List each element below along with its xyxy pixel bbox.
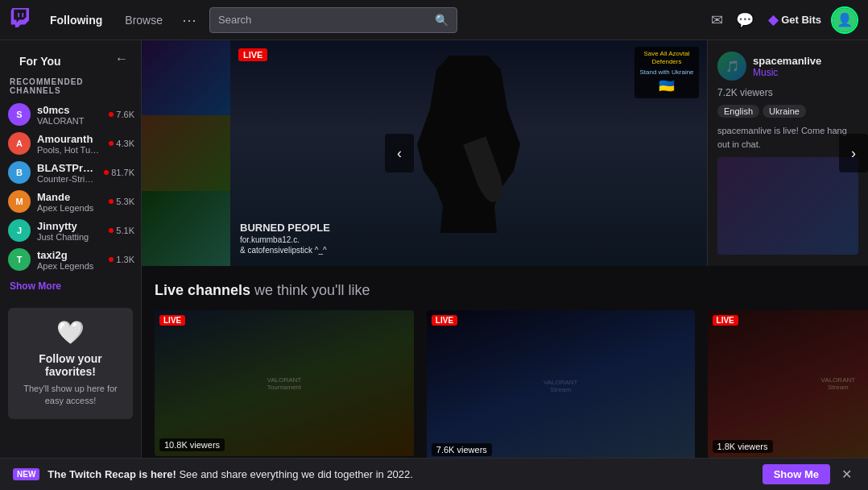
search-bar[interactable]: 🔍 — [209, 7, 457, 33]
channel-name: Amouranth — [37, 133, 102, 145]
card-thumbnail-1: VALORANTTournament LIVE 10.8K viewers — [155, 310, 414, 456]
hero-tags: English Ukraine — [717, 105, 858, 118]
channel-avatar: S — [8, 103, 31, 126]
channel-name: s0mcs — [37, 104, 102, 116]
card-thumbnail-3: VALORANTStream LIVE 1.8K viewers — [708, 310, 868, 458]
for-you-label: For You — [10, 47, 71, 71]
card-live-badge-2: LIVE — [432, 315, 457, 326]
sidebar-channel-amouranth[interactable]: A Amouranth Pools, Hot Tubs, an... 4.3K — [0, 129, 141, 158]
hero-thumb-3[interactable] — [142, 191, 230, 266]
channel-info: Mande Apex Legends — [37, 191, 102, 213]
sidebar-header: For You ← — [0, 40, 141, 74]
live-dot — [109, 141, 114, 146]
search-input[interactable] — [218, 14, 435, 26]
hero-channel-game: Music — [753, 67, 821, 78]
get-bits-button[interactable]: ◆ Get Bits — [762, 9, 828, 31]
sidebar: For You ← RECOMMENDED CHANNELS S s0mcs V… — [0, 40, 142, 490]
channel-info: Jinnytty Just Chatting — [37, 220, 102, 242]
channel-game: Counter-Strike: Gl... — [37, 174, 97, 184]
live-dot — [109, 257, 114, 262]
tag-ukraine[interactable]: Ukraine — [763, 105, 806, 118]
channel-avatar: A — [8, 132, 31, 155]
channel-game: Just Chatting — [37, 232, 102, 242]
browse-nav[interactable]: Browse — [118, 10, 169, 30]
section-title: Live channels we think you'll like — [155, 282, 855, 299]
main-layout: For You ← RECOMMENDED CHANNELS S s0mcs V… — [0, 40, 868, 490]
sidebar-channel-mande[interactable]: M Mande Apex Legends 5.3K — [0, 187, 141, 216]
live-channels-section: Live channels we think you'll like VALOR… — [142, 266, 868, 490]
channel-game: Pools, Hot Tubs, an... — [37, 145, 102, 155]
activity-button[interactable]: 💬 — [731, 6, 758, 34]
hero-next-button[interactable]: › — [839, 134, 868, 172]
channel-name: BLASTPremier — [37, 162, 97, 174]
sidebar-channel-s0mcs[interactable]: S s0mcs VALORANT 7.6K — [0, 100, 141, 129]
sidebar-channel-blastpremier[interactable]: B BLASTPremier Counter-Strike: Gl... 81.… — [0, 158, 141, 187]
hero-thumbnails — [142, 40, 230, 266]
main-content: ‹ LIVE Save All Azovtal Defenders Stand … — [142, 40, 868, 490]
live-dot — [109, 228, 114, 233]
hero-description: spacemanlive is live! Come hang out in c… — [717, 124, 858, 151]
live-dot — [104, 170, 109, 175]
channel-viewers: 81.7K — [104, 168, 134, 177]
tag-english[interactable]: English — [717, 105, 759, 118]
hero-channel-name[interactable]: spacemanlive — [753, 55, 821, 67]
avatar-image: 👤 — [833, 8, 857, 32]
follow-favorites-box: 🤍 Follow your favorites! They'll show up… — [8, 308, 133, 419]
inbox-button[interactable]: ✉ — [706, 6, 728, 34]
live-dot — [109, 112, 114, 117]
channel-avatar: J — [8, 219, 31, 242]
card-live-badge-3: LIVE — [713, 315, 738, 326]
hero-prev-button[interactable]: ‹ — [385, 134, 414, 172]
channel-name: taxi2g — [37, 249, 102, 261]
banner-new-badge: NEW — [13, 468, 39, 480]
sidebar-collapse-button[interactable]: ← — [112, 50, 131, 68]
hero-thumb-2[interactable] — [142, 115, 230, 190]
show-more-button[interactable]: Show More — [0, 274, 141, 298]
sidebar-channel-taxi2g[interactable]: T taxi2g Apex Legends 1.3K — [0, 245, 141, 274]
channel-info: BLASTPremier Counter-Strike: Gl... — [37, 162, 97, 184]
banner-text: The Twitch Recap is here! See and share … — [48, 468, 754, 480]
following-nav[interactable]: Following — [43, 10, 109, 30]
channel-info: s0mcs VALORANT — [37, 104, 102, 126]
sidebar-channel-jinnytty[interactable]: J Jinnytty Just Chatting 5.1K — [0, 216, 141, 245]
card-viewers-1: 10.8K viewers — [159, 438, 225, 451]
hero-live-badge: LIVE — [238, 48, 267, 61]
channel-avatar: B — [8, 161, 31, 184]
hero-preview-thumbnail[interactable] — [717, 157, 858, 255]
channel-viewers: 1.3K — [109, 255, 134, 264]
hero-bottom-text: BURNED PEOPLE for.kummba12.c. & catofens… — [240, 222, 330, 256]
channel-avatar: M — [8, 190, 31, 213]
channel-viewers: 5.3K — [109, 197, 134, 206]
heart-icon: 🤍 — [56, 319, 85, 346]
nav-icons: ✉ 💬 ◆ Get Bits 👤 — [706, 6, 858, 34]
twitch-logo[interactable] — [10, 8, 34, 32]
card-viewers-3: 1.8K viewers — [713, 440, 773, 453]
channel-name: Mande — [37, 191, 102, 203]
hero-channel-avatar: 🎵 — [717, 52, 746, 81]
banner-close-button[interactable]: ✕ — [838, 463, 855, 485]
bits-icon: ◆ — [768, 12, 778, 27]
channel-viewers: 7.6K — [109, 110, 134, 119]
channel-viewers: 4.3K — [109, 139, 134, 148]
follow-favorites-title: Follow your favorites! — [18, 352, 123, 378]
more-nav-icon[interactable]: ⋯ — [179, 8, 200, 32]
channel-name: Jinnytty — [37, 220, 102, 232]
hero-ukraine-flag: Save All Azovtal Defenders Stand with Uk… — [634, 47, 699, 98]
follow-favorites-desc: They'll show up here for easy access! — [18, 383, 123, 408]
top-navigation: Following Browse ⋯ 🔍 ✉ 💬 ◆ Get Bits 👤 — [0, 0, 868, 40]
channel-info: Amouranth Pools, Hot Tubs, an... — [37, 133, 102, 155]
channel-game: VALORANT — [37, 116, 102, 126]
show-me-button[interactable]: Show Me — [763, 464, 830, 484]
recommended-channels-label: RECOMMENDED CHANNELS — [0, 74, 141, 100]
hero-viewers-count: 7.2K viewers — [717, 87, 858, 98]
user-avatar-button[interactable]: 👤 — [831, 6, 858, 34]
channel-game: Apex Legends — [37, 261, 102, 271]
hero-channel-header: 🎵 spacemanlive Music — [717, 52, 858, 81]
hero-thumb-1[interactable] — [142, 40, 230, 115]
card-live-badge-1: LIVE — [159, 315, 185, 326]
bottom-banner: NEW The Twitch Recap is here! See and sh… — [0, 458, 868, 490]
channel-info: taxi2g Apex Legends — [37, 249, 102, 271]
card-viewers-2: 7.6K viewers — [432, 443, 492, 456]
live-dot — [109, 199, 114, 204]
hero-main-stream[interactable]: LIVE Save All Azovtal Defenders Stand wi… — [230, 40, 707, 266]
